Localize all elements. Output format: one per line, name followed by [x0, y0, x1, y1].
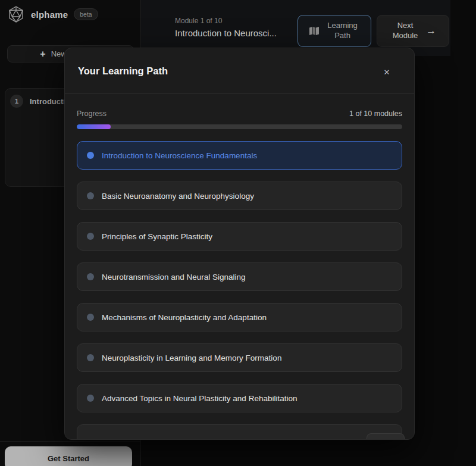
- progress-label: Progress: [77, 110, 107, 118]
- module-status-dot: [87, 395, 94, 402]
- app-logo-row: elphame beta: [7, 5, 98, 23]
- module-item-title: Neurotransmission and Neural Signaling: [102, 273, 246, 282]
- next-module-label: Next Module: [390, 21, 421, 41]
- module-item-7[interactable]: Advanced Topics in Neural Plasticity and…: [77, 384, 402, 412]
- module-item-1[interactable]: Introduction to Neuroscience Fundamental…: [77, 141, 402, 170]
- learning-path-modal: Your Learning Path ✕ Progress 1 of 10 mo…: [64, 48, 415, 440]
- arrow-right-icon: →: [426, 24, 436, 37]
- progress-bar: [77, 124, 402, 129]
- current-module-title: Introduction to Neurosci...: [175, 28, 277, 38]
- progress-fill: [77, 124, 111, 129]
- modal-header: Your Learning Path ✕: [65, 48, 414, 94]
- modal-footer-button-partial[interactable]: [367, 433, 405, 439]
- module-item-title: Neuroplasticity in Learning and Memory F…: [102, 354, 281, 362]
- module-item-5[interactable]: Mechanisms of Neuroplasticity and Adapta…: [77, 303, 402, 331]
- module-list: Introduction to Neuroscience Fundamental…: [77, 141, 402, 440]
- module-item-2[interactable]: Basic Neuroanatomy and Neurophysiology: [77, 182, 402, 210]
- module-item-6[interactable]: Neuroplasticity in Learning and Memory F…: [77, 343, 402, 372]
- module-item-4[interactable]: Neurotransmission and Neural Signaling: [77, 262, 402, 291]
- learning-path-label: Learning Path: [325, 21, 361, 41]
- beta-badge: beta: [74, 8, 98, 20]
- d20-logo-icon: [7, 5, 25, 23]
- modal-body: Progress 1 of 10 modules Introduction to…: [65, 110, 414, 440]
- session-number-badge: 1: [10, 95, 23, 108]
- progress-status: 1 of 10 modules: [349, 110, 402, 118]
- next-module-button[interactable]: Next Module →: [377, 15, 449, 47]
- module-item-8-partial[interactable]: [77, 424, 402, 440]
- module-status-dot: [87, 192, 94, 199]
- module-item-title: Introduction to Neuroscience Fundamental…: [102, 151, 257, 160]
- module-status-dot: [87, 354, 94, 361]
- close-icon[interactable]: ✕: [380, 65, 394, 79]
- module-status-dot: [87, 273, 94, 280]
- module-item-title: Mechanisms of Neuroplasticity and Adapta…: [102, 313, 267, 322]
- get-started-button[interactable]: Get Started: [5, 446, 132, 466]
- module-status-dot: [87, 233, 94, 240]
- module-status-dot: [87, 314, 94, 321]
- module-item-title: Advanced Topics in Neural Plasticity and…: [102, 394, 297, 403]
- module-count: Module 1 of 10: [175, 17, 277, 25]
- module-item-title: Principles of Synaptic Plasticity: [102, 232, 212, 241]
- app-name: elphame: [31, 10, 68, 20]
- map-icon: [309, 26, 320, 36]
- module-info: Module 1 of 10 Introduction to Neurosci.…: [175, 17, 277, 38]
- modal-title: Your Learning Path: [78, 65, 168, 77]
- learning-path-button[interactable]: Learning Path: [298, 15, 371, 47]
- module-item-3[interactable]: Principles of Synaptic Plasticity: [77, 222, 402, 251]
- plus-icon: +: [40, 49, 45, 60]
- module-item-title: Basic Neuroanatomy and Neurophysiology: [102, 192, 254, 201]
- module-status-dot: [87, 152, 94, 159]
